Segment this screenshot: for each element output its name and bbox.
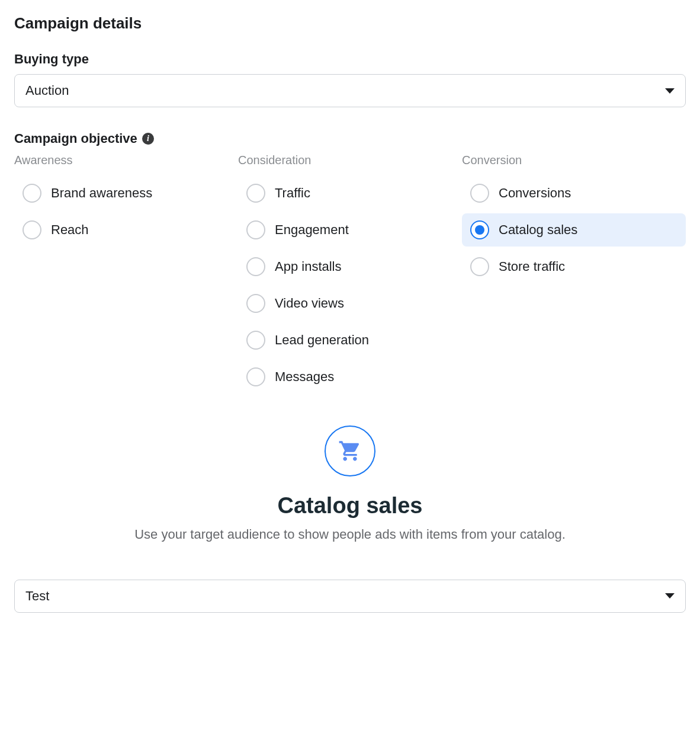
radio-circle-icon [246,367,265,386]
awareness-header: Awareness [14,153,238,167]
buying-type-label-text: Buying type [14,52,89,67]
radio-label: Messages [275,369,334,385]
catalog-select-value: Test [25,588,49,604]
radio-label: Store traffic [499,259,565,274]
shopping-cart-icon [325,426,375,476]
objective-columns: Awareness Brand awareness Reach Consider… [14,153,686,397]
radio-circle-icon [246,184,265,203]
radio-brand-awareness[interactable]: Brand awareness [14,177,238,210]
radio-label: Catalog sales [499,222,577,238]
radio-label: App installs [275,259,342,274]
radio-label: Video views [275,296,344,311]
radio-conversions[interactable]: Conversions [462,177,686,210]
radio-video-views[interactable]: Video views [238,287,462,320]
radio-catalog-sales[interactable]: Catalog sales [462,213,686,247]
radio-label: Reach [51,222,89,238]
radio-engagement[interactable]: Engagement [238,213,462,247]
radio-circle-icon [470,257,489,276]
consideration-header: Consideration [238,153,462,167]
radio-circle-icon [23,184,41,203]
objective-detail: Catalog sales Use your target audience t… [107,426,593,544]
radio-reach[interactable]: Reach [14,213,238,247]
caret-down-icon [665,88,675,94]
radio-label: Conversions [499,185,571,201]
radio-traffic[interactable]: Traffic [238,177,462,210]
info-icon[interactable]: i [142,133,154,145]
campaign-objective-label: Campaign objective i [14,131,686,146]
consideration-column: Consideration Traffic Engagement App ins… [238,153,462,397]
radio-messages[interactable]: Messages [238,360,462,394]
radio-label: Brand awareness [51,185,152,201]
campaign-details-heading: Campaign details [14,14,686,33]
caret-down-icon [665,593,675,599]
radio-lead-generation[interactable]: Lead generation [238,324,462,357]
radio-app-installs[interactable]: App installs [238,250,462,283]
radio-label: Lead generation [275,332,369,348]
buying-type-select[interactable]: Auction [14,74,686,107]
radio-label: Traffic [275,185,310,201]
radio-circle-icon [246,331,265,350]
radio-circle-icon [246,220,265,239]
radio-circle-icon [23,220,41,239]
catalog-select[interactable]: Test [14,580,686,613]
campaign-objective-label-text: Campaign objective [14,131,137,146]
buying-type-value: Auction [25,83,69,98]
radio-circle-icon [246,294,265,313]
buying-type-label: Buying type [14,52,686,67]
radio-circle-icon [470,220,489,239]
awareness-column: Awareness Brand awareness Reach [14,153,238,397]
conversion-column: Conversion Conversions Catalog sales Sto… [462,153,686,397]
objective-detail-description: Use your target audience to show people … [107,526,593,544]
radio-circle-icon [246,257,265,276]
radio-label: Engagement [275,222,349,238]
radio-store-traffic[interactable]: Store traffic [462,250,686,283]
objective-detail-title: Catalog sales [107,493,593,519]
radio-circle-icon [470,184,489,203]
conversion-header: Conversion [462,153,686,167]
